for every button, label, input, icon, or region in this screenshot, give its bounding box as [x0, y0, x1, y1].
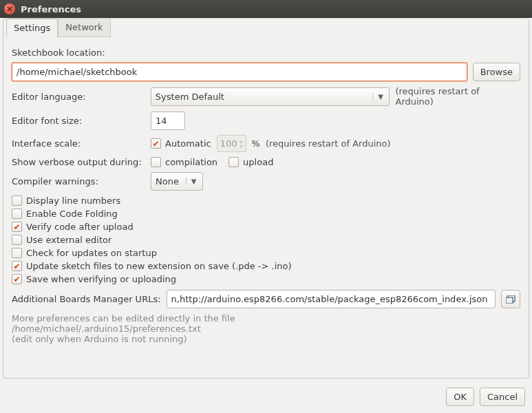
compiler-warnings-select[interactable]: None ▼: [151, 172, 203, 191]
automatic-label: Automatic: [165, 138, 211, 149]
settings-panel: Sketchbook location: Browse Editor langu…: [3, 42, 529, 352]
automatic-checkbox[interactable]: ✔ Automatic: [151, 138, 211, 149]
checkbox-label: Update sketch files to new extension on …: [26, 261, 292, 271]
sketchbook-path-input[interactable]: [12, 63, 467, 81]
checkbox-icon: ✔: [12, 274, 22, 284]
spinner-arrows-icon: ▴▾: [240, 139, 243, 149]
boards-urls-label: Additional Boards Manager URLs:: [12, 294, 161, 304]
checkbox-icon: ✔: [12, 261, 22, 271]
chevron-down-icon: ▼: [372, 93, 385, 100]
checkbox-label: Check for updates on startup: [26, 248, 157, 258]
checkbox-icon: ✔: [151, 138, 161, 149]
svg-rect-1: [506, 297, 513, 304]
checkbox-icon: [228, 157, 239, 167]
checkbox-icon: ✔: [12, 222, 22, 232]
ok-button[interactable]: OK: [446, 388, 474, 406]
language-restart-hint: (requires restart of Arduino): [395, 86, 520, 107]
titlebar: Preferences: [0, 0, 532, 18]
prefs-file-path: /home/michael/.arduino15/preferences.txt: [12, 324, 520, 334]
checkbox-icon: [12, 235, 22, 245]
tab-bar: Settings Network: [6, 18, 111, 37]
compilation-label: compilation: [165, 157, 217, 167]
close-icon[interactable]: [4, 3, 15, 14]
editor-language-value: System Default: [156, 92, 224, 102]
compiler-warnings-label: Compiler warnings:: [12, 176, 145, 187]
checkbox-label: Display line numbers: [26, 195, 120, 206]
save-on-verify-checkbox[interactable]: ✔Save when verifying or uploading: [12, 274, 176, 284]
checkbox-label: Verify code after upload: [26, 222, 134, 232]
scale-spinner: 100 ▴▾: [217, 135, 246, 152]
window-icon: [506, 295, 515, 304]
boards-urls-expand-button[interactable]: [501, 290, 520, 308]
compilation-checkbox[interactable]: compilation: [151, 157, 217, 167]
checkbox-icon: [151, 157, 161, 167]
checkbox-label: Use external editor: [26, 235, 111, 245]
external-editor-checkbox[interactable]: Use external editor: [12, 235, 111, 245]
window-title: Preferences: [21, 4, 81, 14]
cancel-button[interactable]: Cancel: [480, 388, 525, 406]
verify-code-checkbox[interactable]: ✔Verify code after upload: [12, 222, 134, 232]
editor-language-label: Editor language:: [12, 92, 145, 102]
scale-value: 100: [220, 138, 237, 149]
browse-button[interactable]: Browse: [473, 63, 520, 81]
display-line-numbers-checkbox[interactable]: Display line numbers: [12, 195, 120, 206]
interface-scale-label: Interface scale:: [12, 138, 145, 149]
checkbox-label: Save when verifying or uploading: [26, 274, 176, 284]
checkbox-icon: [12, 248, 22, 258]
checkbox-label: Enable Code Folding: [26, 209, 118, 219]
window-body: Settings Network Sketchbook location: Br…: [3, 18, 529, 379]
font-size-input[interactable]: [151, 112, 185, 130]
checkbox-icon: [12, 195, 22, 206]
font-size-label: Editor font size:: [12, 116, 145, 126]
checkbox-icon: [12, 209, 22, 219]
boards-urls-input[interactable]: [167, 290, 496, 308]
editor-language-select[interactable]: System Default ▼: [151, 87, 390, 106]
prefs-file-hint-2: (edit only when Arduino is not running): [12, 334, 520, 344]
scale-restart-hint: (requires restart of Arduino): [266, 138, 391, 149]
verbose-label: Show verbose output during:: [12, 157, 145, 167]
tab-network[interactable]: Network: [58, 18, 110, 37]
upload-label: upload: [243, 157, 273, 167]
compiler-warnings-value: None: [156, 176, 179, 187]
chevron-down-icon: ▼: [186, 178, 198, 185]
prefs-file-hint-1: More preferences can be edited directly …: [12, 313, 520, 324]
percent-label: %: [252, 138, 260, 149]
dialog-footer: OK Cancel: [446, 388, 525, 406]
sketchbook-label: Sketchbook location:: [12, 47, 105, 58]
check-updates-checkbox[interactable]: Check for updates on startup: [12, 248, 157, 258]
tab-settings[interactable]: Settings: [6, 19, 58, 38]
update-extension-checkbox[interactable]: ✔Update sketch files to new extension on…: [12, 261, 292, 271]
upload-checkbox[interactable]: upload: [228, 157, 273, 167]
enable-code-folding-checkbox[interactable]: Enable Code Folding: [12, 209, 118, 219]
